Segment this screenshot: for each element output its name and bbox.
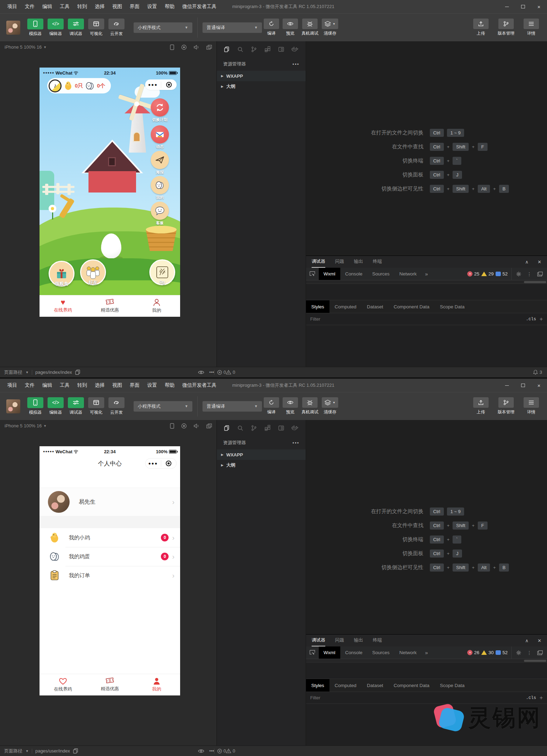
npm-icon[interactable]: [274, 421, 288, 435]
extensions-icon[interactable]: [261, 42, 274, 56]
tab-featured-deals[interactable]: 精选优惠: [86, 295, 133, 317]
upload-button[interactable]: 上传: [473, 397, 489, 415]
user-avatar[interactable]: [6, 21, 20, 35]
tab-output[interactable]: 输出: [354, 256, 363, 268]
more-menu-button[interactable]: ●●●: [145, 461, 161, 466]
more-menu-button[interactable]: ●●●: [145, 82, 161, 87]
device-selector[interactable]: iPhone 5 100% 16: [5, 44, 42, 50]
more-tabs-button[interactable]: »: [421, 646, 431, 659]
record-icon[interactable]: [181, 423, 187, 429]
screenshot-icon[interactable]: [206, 45, 212, 50]
minimize-button[interactable]: [499, 379, 515, 392]
tab-problems[interactable]: 问题: [335, 256, 344, 268]
inspector-tab-scope-data[interactable]: Scope Data: [435, 679, 470, 692]
side-button-service[interactable]: 客服: [150, 202, 170, 226]
menu-file[interactable]: 文件: [21, 4, 38, 10]
inspector-tab-component-data[interactable]: Component Data: [389, 300, 435, 313]
device-selector[interactable]: iPhone 5 100% 16: [5, 423, 42, 428]
inspector-tab-dataset[interactable]: Dataset: [362, 300, 389, 313]
tab-terminal[interactable]: 终端: [373, 256, 382, 268]
music-disc-icon[interactable]: ♪: [49, 79, 62, 92]
inspect-element-icon[interactable]: [306, 268, 319, 280]
profile-row[interactable]: 易先生 ›: [40, 488, 180, 516]
menu-edit[interactable]: 编辑: [38, 382, 56, 388]
collapse-panel-icon[interactable]: ∧: [525, 259, 529, 265]
search-icon[interactable]: [233, 42, 247, 56]
menu-interface[interactable]: 界面: [126, 4, 143, 10]
inspector-tab-dataset[interactable]: Dataset: [362, 679, 389, 692]
status-error-count[interactable]: 0: [217, 748, 226, 754]
upload-button[interactable]: 上传: [473, 19, 489, 36]
add-style-button[interactable]: +: [540, 695, 543, 701]
error-count[interactable]: ×25: [467, 271, 479, 276]
menu-goto[interactable]: 转到: [73, 382, 91, 388]
menu-tools[interactable]: 工具: [56, 4, 73, 10]
device-debug-button[interactable]: 真机调试: [301, 397, 318, 415]
tab-debugger[interactable]: 调试器: [312, 635, 325, 646]
message-count[interactable]: 52: [496, 650, 507, 655]
maximize-button[interactable]: [515, 379, 531, 392]
sound-icon[interactable]: [194, 424, 199, 428]
warning-count[interactable]: 29: [481, 271, 493, 276]
exit-miniprogram-button[interactable]: [161, 82, 177, 88]
tab-simulator[interactable]: 模拟器: [25, 397, 45, 415]
clear-cache-button[interactable]: ▼ 清缓存: [322, 397, 338, 415]
menu-view[interactable]: 视图: [108, 382, 126, 388]
close-panel-icon[interactable]: ✕: [538, 638, 541, 643]
tab-featured-deals[interactable]: 精选优惠: [86, 674, 133, 695]
error-count[interactable]: ×26: [467, 650, 479, 655]
tab-profile[interactable]: 我的: [133, 674, 180, 695]
tab-cloud-dev[interactable]: 云开发: [106, 397, 127, 415]
copy-icon[interactable]: [73, 748, 78, 754]
tab-problems[interactable]: 问题: [335, 635, 344, 646]
more-actions-icon[interactable]: •••: [292, 62, 299, 67]
friends-button[interactable]: 好友: [79, 259, 107, 286]
compile-mode-select[interactable]: 普通编译▼: [203, 401, 262, 412]
preview-button[interactable]: 预览: [283, 19, 298, 36]
cls-toggle[interactable]: .cls: [526, 695, 536, 700]
devtools-tab-console[interactable]: Console: [340, 268, 368, 280]
notification-bell[interactable]: 3: [533, 370, 542, 375]
inspect-element-icon[interactable]: [306, 646, 319, 659]
devtools-tab-console[interactable]: Console: [340, 646, 368, 659]
search-icon[interactable]: [233, 421, 247, 435]
filter-input[interactable]: [310, 695, 523, 700]
status-warning-count[interactable]: 0: [226, 370, 235, 375]
inspector-tab-computed[interactable]: Computed: [329, 679, 362, 692]
compile-button[interactable]: 编译: [264, 19, 279, 36]
menu-interface[interactable]: 界面: [126, 382, 143, 388]
devtools-tab-sources[interactable]: Sources: [367, 646, 395, 659]
side-button-switch-plan[interactable]: 切换计划: [150, 98, 170, 122]
eye-icon[interactable]: [198, 370, 204, 374]
status-error-count[interactable]: 0: [217, 370, 226, 375]
tree-node-outline[interactable]: ▶ 大纲: [217, 460, 306, 470]
filter-input[interactable]: [310, 316, 523, 322]
mode-select[interactable]: 小程序模式▼: [134, 401, 192, 412]
preview-button[interactable]: 预览: [283, 397, 298, 415]
menu-help[interactable]: 帮助: [161, 382, 178, 388]
version-control-button[interactable]: 版本管理: [498, 19, 514, 36]
details-button[interactable]: 详情: [524, 19, 539, 36]
docker-whale-icon[interactable]: [288, 42, 301, 56]
devtools-tab-network[interactable]: Network: [395, 268, 422, 280]
mode-select[interactable]: 小程序模式▼: [134, 22, 192, 33]
kebab-menu-icon[interactable]: ⋮: [527, 271, 532, 277]
side-button-poster[interactable]: 海报: [150, 151, 170, 175]
page-path-label[interactable]: 页面路径: [4, 748, 22, 754]
more-tabs-button[interactable]: »: [421, 268, 431, 280]
menu-file[interactable]: 文件: [21, 382, 38, 388]
tab-debugger[interactable]: 调试器: [312, 256, 325, 268]
menu-select[interactable]: 选择: [91, 382, 108, 388]
clear-cache-button[interactable]: ▼ 清缓存: [322, 19, 338, 36]
page-path-value[interactable]: pages/user/index: [35, 748, 70, 754]
list-item-my-chicken[interactable]: 我的小鸡 0 ›: [40, 528, 180, 547]
gear-icon[interactable]: [516, 271, 521, 277]
grain-amount-button[interactable]: 0g: [149, 259, 176, 285]
close-button[interactable]: ×: [531, 379, 547, 392]
close-panel-icon[interactable]: ✕: [538, 259, 541, 265]
source-control-icon[interactable]: [247, 421, 261, 435]
more-actions-icon[interactable]: •••: [209, 370, 214, 375]
tab-simulator[interactable]: 模拟器: [25, 19, 45, 37]
devtools-tab-wxml[interactable]: Wxml: [319, 646, 340, 659]
inspector-tab-styles[interactable]: Styles: [306, 300, 329, 313]
